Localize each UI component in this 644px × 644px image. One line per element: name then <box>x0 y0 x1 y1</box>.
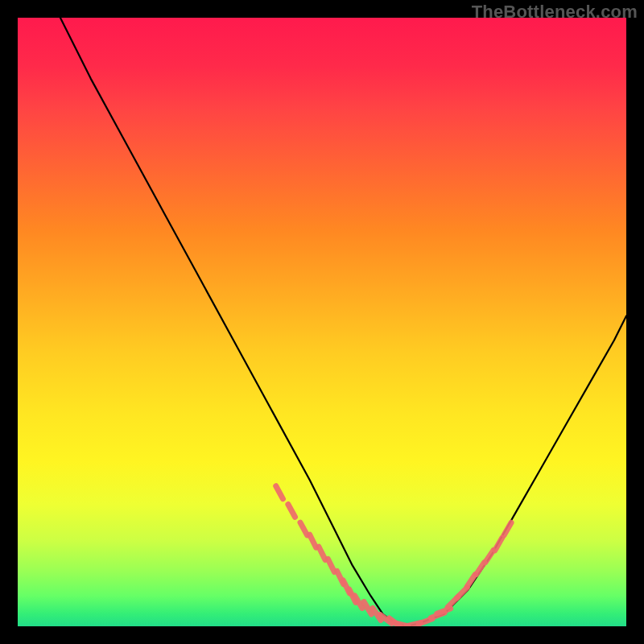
svg-line-3 <box>310 535 316 547</box>
svg-line-14 <box>394 623 408 626</box>
svg-line-25 <box>504 522 511 535</box>
svg-line-6 <box>337 571 344 584</box>
svg-line-2 <box>300 522 308 535</box>
svg-line-9 <box>355 596 362 608</box>
plot-area <box>18 18 626 626</box>
svg-line-22 <box>477 563 485 575</box>
svg-line-24 <box>495 538 502 551</box>
svg-line-10 <box>364 602 371 614</box>
svg-line-15 <box>407 623 420 626</box>
svg-line-4 <box>319 547 325 559</box>
svg-line-23 <box>485 551 493 563</box>
svg-line-20 <box>457 588 468 598</box>
chart-frame: TheBottleneck.com <box>0 0 644 644</box>
svg-line-0 <box>276 486 283 499</box>
svg-line-16 <box>419 619 432 624</box>
svg-line-12 <box>380 615 391 624</box>
svg-line-17 <box>431 613 444 617</box>
watermark: TheBottleneck.com <box>472 2 638 23</box>
svg-line-19 <box>448 597 458 607</box>
svg-line-13 <box>390 618 401 626</box>
svg-line-1 <box>288 504 295 517</box>
svg-line-8 <box>349 589 356 602</box>
svg-line-21 <box>467 575 475 587</box>
tick-marks <box>276 486 511 626</box>
svg-line-11 <box>373 608 381 620</box>
svg-line-18 <box>437 609 451 613</box>
chart-svg <box>18 18 626 626</box>
svg-line-7 <box>343 580 349 593</box>
curve-line <box>60 18 626 626</box>
svg-line-5 <box>328 559 334 572</box>
